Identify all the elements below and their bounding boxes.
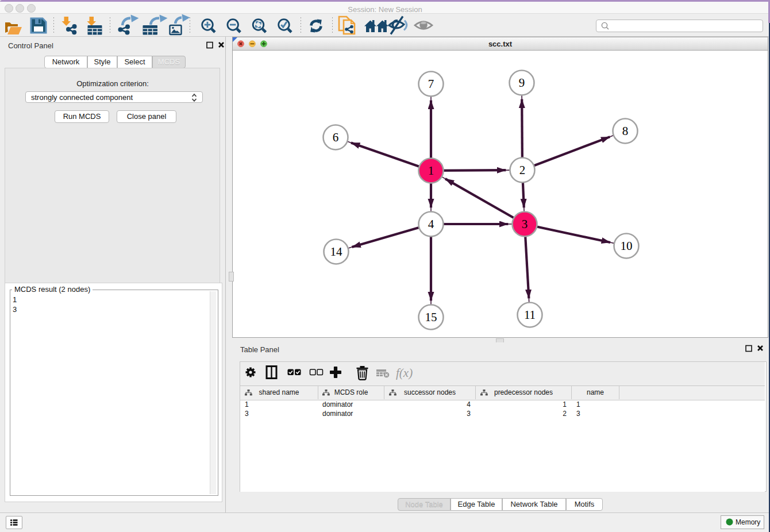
svg-text:9: 9 (519, 76, 525, 90)
svg-text:10: 10 (621, 239, 633, 253)
svg-text:4: 4 (428, 217, 434, 231)
svg-text:15: 15 (425, 310, 437, 324)
svg-text:1: 1 (428, 164, 434, 178)
svg-text:11: 11 (524, 308, 536, 322)
svg-text:3: 3 (522, 217, 528, 231)
svg-text:2: 2 (519, 163, 526, 177)
svg-text:f(x): f(x) (396, 366, 413, 380)
svg-text:8: 8 (622, 124, 629, 138)
svg-text:6: 6 (333, 130, 339, 144)
svg-text:14: 14 (330, 245, 343, 259)
svg-text:7: 7 (428, 77, 434, 91)
